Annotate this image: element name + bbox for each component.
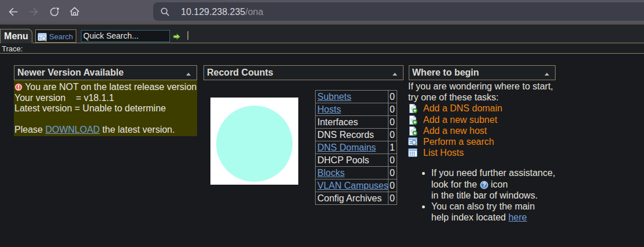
svg-text:?: ? (482, 181, 486, 188)
